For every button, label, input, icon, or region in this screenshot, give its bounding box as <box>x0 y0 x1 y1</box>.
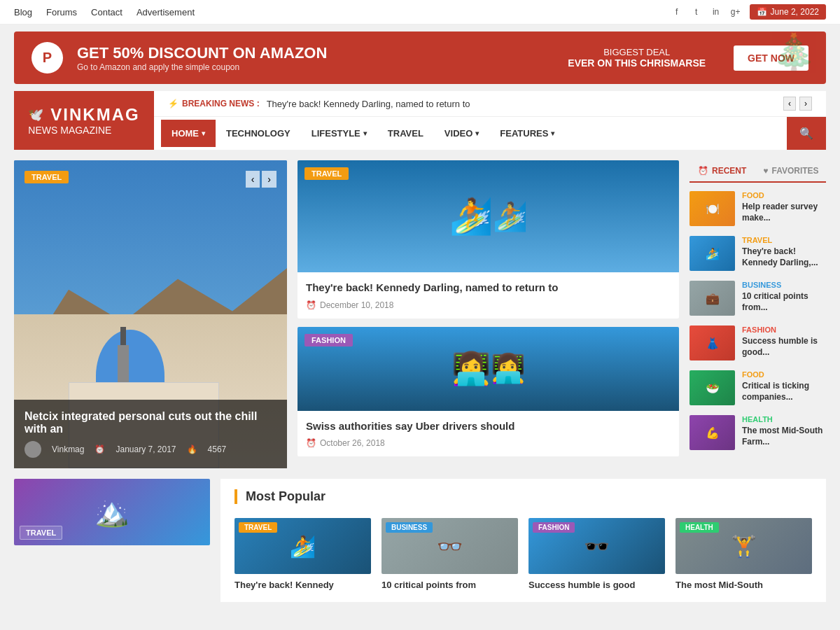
article1-title[interactable]: They're back! Kennedy Darling, named to … <box>306 281 671 295</box>
logo-name: VINKMAG <box>50 105 139 125</box>
blog-link[interactable]: Blog <box>14 7 32 18</box>
nav-item-home[interactable]: HOME ▾ <box>161 120 216 147</box>
advertisement-link[interactable]: Advertisement <box>136 7 195 18</box>
popular-image-3: 🏋️ HEALTH <box>676 518 812 574</box>
article2-image: 👩‍💻 <box>298 327 679 411</box>
linkedin-icon[interactable]: in <box>709 5 723 19</box>
sidebar-item-5[interactable]: 💪 HEALTH The most Mid-South Farm... <box>690 415 826 450</box>
popular-emoji-0: 🏄 <box>290 534 316 559</box>
sidebar-cat-0: FOOD <box>742 191 826 200</box>
article2-title[interactable]: Swiss authorities say Uber drivers shoul… <box>306 419 671 433</box>
popular-title-1: 10 critical points from <box>382 580 518 592</box>
popular-cat-badge-0: TRAVEL <box>239 522 277 533</box>
popular-card-2[interactable]: 🕶️ FASHION Success humble is good <box>528 518 665 592</box>
middle-column: 🏄 TRAVEL They're back! Kennedy Darling, … <box>298 160 679 468</box>
article2-body: Swiss authorities say Uber drivers shoul… <box>298 411 679 457</box>
sidebar-cat-3: FASHION <box>742 326 826 334</box>
sidebar-thumb-3: 👗 <box>690 326 735 360</box>
sidebar-thumb-5: 💪 <box>690 415 735 450</box>
top-nav-links: Blog Forums Contact Advertisement <box>14 7 195 18</box>
nav-item-lifestyle[interactable]: LIFESTYLE ▾ <box>301 120 377 147</box>
breaking-next-button[interactable]: › <box>799 97 812 111</box>
sidebar-cat-2: BUSINESS <box>742 281 826 289</box>
logo-bird-icon: 🕊️ <box>28 107 45 122</box>
sidebar-tab-favorites[interactable]: ♥ FAVORITES <box>755 160 827 181</box>
clock-icon-1: ⏰ <box>306 300 316 310</box>
site-header: 🕊️ VINKMAG NEWS MAGAZINE BREAKING NEWS :… <box>14 91 826 150</box>
most-popular-section: Most Popular 🏄 TRAVEL They're back! Kenn… <box>220 479 826 602</box>
christmas-tree-decoration: 🎄 <box>772 31 816 72</box>
sidebar-thumb-4: 🥗 <box>690 370 735 405</box>
ad-logo: P <box>31 42 63 74</box>
sidebar-title-5: The most Mid-South Farm... <box>742 426 826 447</box>
featured-caption: Netcix integrated personal cuts out the … <box>14 400 287 468</box>
logo-area[interactable]: 🕊️ VINKMAG NEWS MAGAZINE <box>14 91 154 150</box>
sidebar-title-4: Critical is ticking companies... <box>742 381 826 402</box>
nav-item-travel[interactable]: TRAVEL <box>377 120 434 147</box>
heart-icon: ♥ <box>763 166 768 176</box>
ad-deal-line1: BIGGEST DEAL <box>568 47 706 57</box>
featured-prev-button[interactable]: ‹ <box>246 171 260 188</box>
sidebar-item-3[interactable]: 👗 FASHION Success humble is good... <box>690 326 826 360</box>
fire-icon: 🔥 <box>187 444 197 454</box>
featured-author: Vinkmag <box>52 444 84 454</box>
googleplus-icon[interactable]: g+ <box>729 5 743 19</box>
article1-date: ⏰ December 10, 2018 <box>306 300 671 310</box>
nav-item-video[interactable]: VIDEO ▾ <box>434 120 489 147</box>
sidebar-thumb-0: 🍽️ <box>690 191 735 226</box>
popular-card-1[interactable]: 👓 BUSINESS 10 critical points from <box>382 518 518 592</box>
sidebar-cat-5: HEALTH <box>742 415 826 424</box>
author-avatar <box>24 441 41 458</box>
sidebar-content-3: FASHION Success humble is good... <box>742 326 826 358</box>
sidebar-item-0[interactable]: 🍽️ FOOD Help reader survey make... <box>690 191 826 226</box>
popular-title-2: Success humble is good <box>528 580 665 592</box>
sidebar-item-2[interactable]: 💼 BUSINESS 10 critical points from... <box>690 281 826 316</box>
site-logo: 🕊️ VINKMAG NEWS MAGAZINE <box>28 105 139 136</box>
forums-link[interactable]: Forums <box>46 7 77 18</box>
contact-link[interactable]: Contact <box>91 7 122 18</box>
sidebar-content-4: FOOD Critical is ticking companies... <box>742 370 826 402</box>
twitter-icon[interactable]: t <box>690 5 704 19</box>
popular-card-0[interactable]: 🏄 TRAVEL They're back! Kennedy <box>234 518 371 592</box>
bottom-row: 🏔️ TRAVEL Most Popular 🏄 TRAVEL They're … <box>0 479 840 612</box>
clock-recent-icon: ⏰ <box>698 166 708 176</box>
sidebar-item-4[interactable]: 🥗 FOOD Critical is ticking companies... <box>690 370 826 405</box>
ad-headline: GET 50% DISCOUNT ON AMAZON <box>77 44 327 62</box>
popular-title-0: They're back! Kennedy <box>234 580 371 592</box>
ad-deal-line2: EVER ON THIS CHRISMARSE <box>568 57 706 69</box>
nav-item-technology[interactable]: TECHNOLOGY <box>216 120 301 147</box>
clock-icon: ⏰ <box>94 444 105 454</box>
popular-title-3: The most Mid-South <box>676 580 812 592</box>
main-navigation: HOME ▾ TECHNOLOGY LIFESTYLE ▾ TRAVEL VID… <box>154 117 826 150</box>
ad-subtext: Go to Amazon and apply the simple coupon <box>77 62 327 72</box>
sidebar-title-3: Success humble is good... <box>742 336 826 358</box>
popular-cat-badge-1: BUSINESS <box>386 522 433 533</box>
popular-image-1: 👓 BUSINESS <box>382 518 518 574</box>
featured-title: Netcix integrated personal cuts out the … <box>24 410 276 435</box>
bottom-left-category: TRAVEL <box>20 526 62 540</box>
sidebar-tab-recent[interactable]: ⏰ RECENT <box>690 160 755 183</box>
article-card-1: 🏄 TRAVEL They're back! Kennedy Darling, … <box>298 160 679 318</box>
featured-date: January 7, 2017 <box>115 444 176 454</box>
article2-category-badge: FASHION <box>304 334 353 346</box>
clock-icon-2: ⏰ <box>306 438 316 448</box>
facebook-icon[interactable]: f <box>670 5 684 19</box>
sidebar-title-0: Help reader survey make... <box>742 202 826 223</box>
article2-date: ⏰ October 26, 2018 <box>306 438 671 448</box>
sidebar-content-5: HEALTH The most Mid-South Farm... <box>742 415 826 447</box>
popular-cat-badge-3: HEALTH <box>680 522 719 533</box>
social-icons: f t in g+ <box>670 5 743 19</box>
search-button[interactable]: 🔍 <box>787 117 826 150</box>
breaking-news-bar: BREAKING NEWS : They're back! Kennedy Da… <box>154 91 826 117</box>
sidebar-item-1[interactable]: 🏄 TRAVEL They're back! Kennedy Darling,.… <box>690 236 826 271</box>
breaking-prev-button[interactable]: ‹ <box>783 97 796 111</box>
breaking-news-label: BREAKING NEWS : <box>168 99 260 108</box>
sidebar: ⏰ RECENT ♥ FAVORITES 🍽️ FOOD Help reader… <box>690 160 826 468</box>
sidebar-cat-1: TRAVEL <box>742 236 826 244</box>
nav-item-features[interactable]: FEATURES ▾ <box>489 120 565 147</box>
popular-card-3[interactable]: 🏋️ HEALTH The most Mid-South <box>676 518 812 592</box>
popular-grid: 🏄 TRAVEL They're back! Kennedy 👓 BUSINES… <box>234 518 812 592</box>
most-popular-title: Most Popular <box>234 489 812 504</box>
ad-deal: BIGGEST DEAL EVER ON THIS CHRISMARSE <box>568 47 706 69</box>
featured-next-button[interactable]: › <box>262 171 276 188</box>
